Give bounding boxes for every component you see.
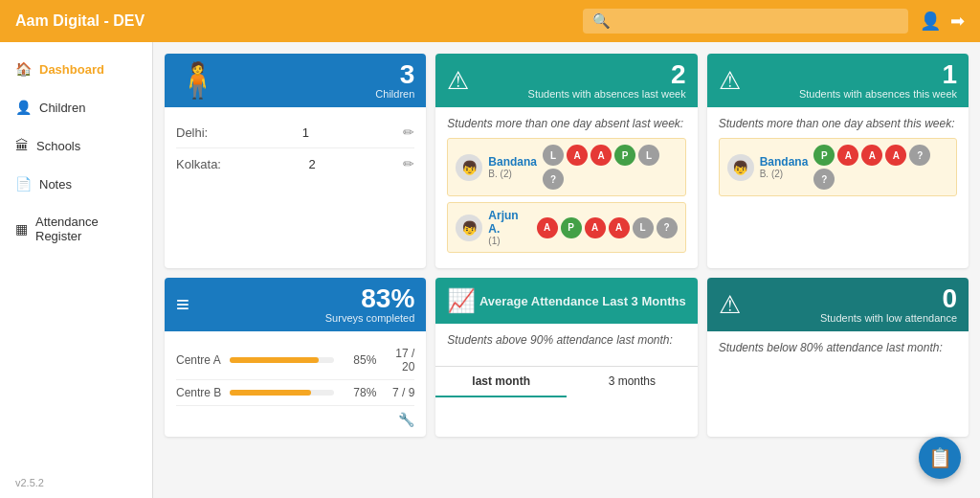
sidebar-label-dashboard: Dashboard: [39, 62, 104, 77]
student-name-bandana-tw[interactable]: Bandana: [760, 155, 809, 169]
topbar-icons: 👤 ➡: [920, 11, 965, 32]
centre-b-label: Centre B: [176, 386, 222, 399]
chip-L: L: [543, 145, 564, 166]
student-avatar-arjun-lw: 👦: [456, 215, 482, 241]
avg-attendance-body: Students above 90% attendance last month…: [435, 324, 697, 366]
attendance-chips-bandana-lw: L A A P L ?: [543, 145, 678, 190]
chip-A1: A: [567, 145, 588, 166]
centre-a-label: Centre A: [176, 353, 222, 367]
student-avatar-bandana-lw: 👦: [456, 154, 482, 181]
tab-last-month[interactable]: last month: [435, 367, 567, 397]
centre-b-count: 7 / 9: [384, 386, 414, 399]
absences-last-week-header-right: 2 Students with absences last week: [528, 61, 686, 100]
absences-last-week-label: Students with absences last week: [528, 88, 686, 100]
centre-b-bar-track: [230, 390, 334, 396]
survey-row-centre-a: Centre A 85% 17 / 20: [176, 341, 414, 380]
avg-attendance-header: 📈 Average Attendance Last 3 Months: [435, 278, 697, 324]
sidebar-item-children[interactable]: 👤 Children: [0, 88, 152, 126]
chip-L3: L: [633, 217, 654, 238]
edit-delhi-icon[interactable]: ✏: [403, 124, 414, 140]
children-count: 3: [375, 61, 414, 88]
surveys-card-body: Centre A 85% 17 / 20 Centre B 78% 7: [165, 331, 426, 437]
avg-attendance-card: 📈 Average Attendance Last 3 Months Stude…: [435, 278, 697, 437]
avg-attendance-label: Average Attendance Last 3 Months: [479, 294, 686, 308]
surveys-card-header: ≡ 83% Surveys completed: [165, 278, 426, 331]
main-content: 🧍 3 Children Delhi: 1 ✏ Kolkata: 2: [153, 42, 980, 498]
warning-this-week-icon: ⚠: [719, 66, 741, 96]
surveys-pct: 83%: [325, 285, 415, 312]
student-id-bandana-lw: B. (2): [488, 169, 537, 179]
schools-icon: 🏛: [15, 138, 29, 153]
attendance-chips-arjun-lw: A P A A L ?: [537, 217, 678, 238]
avg-att-desc: Students above 90% attendance last month…: [447, 333, 685, 347]
chart-icon: 📈: [447, 287, 476, 314]
home-icon: 🏠: [15, 61, 32, 77]
city-row-kolkata: Kolkata: 2 ✏: [176, 148, 414, 179]
warning-low-icon: ⚠: [719, 290, 741, 320]
wrench-icon[interactable]: 🔧: [398, 412, 414, 427]
absences-this-week-count: 1: [799, 61, 957, 88]
app-title: Aam Digital - DEV: [15, 12, 583, 30]
absences-this-week-desc: Students more than one day absent this w…: [719, 117, 957, 130]
logout-icon[interactable]: ➡: [950, 11, 965, 32]
student-id-bandana-tw: B. (2): [760, 169, 809, 179]
attendance-chips-bandana-tw: P A A A ? ?: [813, 145, 948, 190]
absences-last-week-header: ⚠ 2 Students with absences last week: [435, 54, 697, 107]
chip-Q: ?: [543, 169, 564, 190]
sidebar-item-dashboard[interactable]: 🏠 Dashboard: [0, 50, 152, 88]
main-layout: 🏠 Dashboard 👤 Children 🏛 Schools 📄 Notes…: [0, 42, 980, 498]
sidebar-item-notes[interactable]: 📄 Notes: [0, 165, 152, 203]
low-att-desc: Students below 80% attendance last month…: [719, 341, 957, 354]
survey-row-centre-b: Centre B 78% 7 / 9: [176, 380, 414, 406]
centre-b-bar-fill: [230, 390, 311, 396]
low-attendance-count: 0: [820, 285, 957, 312]
sidebar-item-schools[interactable]: 🏛 Schools: [0, 126, 152, 165]
sidebar-label-attendance: Attendance Register: [35, 215, 137, 243]
surveys-card: ≡ 83% Surveys completed Centre A 85% 17 …: [165, 278, 426, 437]
child-figure-icon: 🧍: [176, 63, 219, 98]
absences-last-week-desc: Students more than one day absent last w…: [447, 117, 685, 130]
search-input[interactable]: [616, 14, 899, 29]
sidebar-label-notes: Notes: [39, 177, 72, 192]
absences-this-week-header: ⚠ 1 Students with absences this week: [707, 54, 969, 107]
centre-a-pct: 85%: [342, 353, 376, 367]
surveys-header-right: 83% Surveys completed: [325, 285, 415, 324]
surveys-list-icon: ≡: [176, 291, 189, 318]
absences-this-week-card: ⚠ 1 Students with absences this week Stu…: [707, 54, 969, 268]
chip-P-tw1: P: [813, 145, 835, 166]
card-row-1: 🧍 3 Children Delhi: 1 ✏ Kolkata: 2: [165, 54, 969, 268]
absences-last-week-count: 2: [528, 61, 686, 88]
centre-a-bar-track: [230, 357, 334, 363]
children-card-header: 🧍 3 Children: [165, 54, 426, 107]
sidebar-nav: 🏠 Dashboard 👤 Children 🏛 Schools 📄 Notes…: [0, 50, 152, 255]
low-attendance-body: Students below 80% attendance last month…: [707, 331, 969, 364]
student-row-bandana-lw: 👦 Bandana B. (2) L A A P L ?: [447, 138, 685, 196]
low-attendance-header-right: 0 Students with low attendance: [820, 285, 957, 324]
sidebar-label-children: Children: [39, 101, 85, 115]
chip-Q2: ?: [657, 217, 678, 238]
edit-kolkata-icon[interactable]: ✏: [403, 156, 414, 171]
chip-P2: P: [561, 217, 582, 238]
fab-button[interactable]: 📋: [919, 437, 961, 479]
student-name-arjun-lw[interactable]: Arjun A.: [488, 209, 530, 236]
notes-icon: 📄: [15, 176, 32, 192]
search-bar[interactable]: 🔍: [583, 9, 908, 34]
student-info-bandana-lw: Bandana B. (2): [488, 155, 537, 179]
tab-3-months[interactable]: 3 months: [567, 367, 698, 397]
sidebar-label-schools: Schools: [36, 139, 80, 153]
children-card-body: Delhi: 1 ✏ Kolkata: 2 ✏: [165, 107, 426, 189]
children-icon: 👤: [15, 100, 32, 115]
low-attendance-label: Students with low attendance: [820, 312, 957, 324]
sidebar-item-attendance[interactable]: ▦ Attendance Register: [0, 203, 152, 255]
chip-A-tw3: A: [885, 145, 906, 166]
user-icon[interactable]: 👤: [920, 11, 941, 32]
student-id-arjun-lw: (1): [488, 236, 530, 246]
chip-A5: A: [609, 217, 630, 238]
chip-L2: L: [638, 145, 659, 166]
chip-A-tw1: A: [837, 145, 858, 166]
card-row-2: ≡ 83% Surveys completed Centre A 85% 17 …: [165, 278, 969, 437]
student-name-bandana-lw[interactable]: Bandana: [488, 155, 537, 169]
student-avatar-bandana-tw: 👦: [727, 154, 754, 181]
student-row-arjun-lw: 👦 Arjun A. (1) A P A A L ?: [447, 202, 685, 253]
city-kolkata-count: 2: [309, 157, 316, 171]
